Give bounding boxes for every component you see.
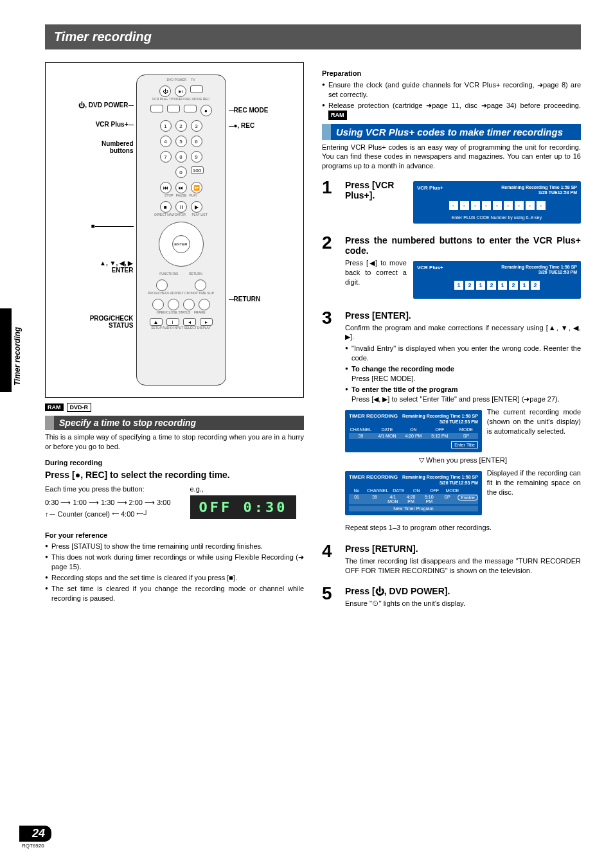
osd-digit-row: 12121212 — [417, 281, 577, 290]
page-number: 24 — [19, 826, 51, 842]
callout-return: RETURN — [229, 296, 261, 303]
left-column: ⏻, DVD POWER VCR Plus+ Numbered buttons … — [45, 62, 304, 613]
step3-note-a: The current recording mode (shown on the… — [487, 407, 581, 436]
vcrplus-intro: Entering VCR Plus+ codes is an easy way … — [322, 143, 581, 172]
content-columns: ⏻, DVD POWER VCR Plus+ Numbered buttons … — [45, 62, 581, 613]
side-tab — [0, 308, 12, 392]
step-number: 4 — [322, 542, 339, 578]
osd-step2: VCR Plus+ Remaining Recording Time 1:58 … — [413, 261, 581, 299]
doc-code: RQT6920 — [22, 843, 51, 849]
step3-heading: Press [ENTER]. — [345, 310, 581, 321]
reference-list: Press [STATUS] to show the time remainin… — [45, 542, 304, 603]
prep-item: Release protection (cartridge ➜page 11, … — [322, 101, 581, 120]
specify-intro: This is a simple way of specifying a tim… — [45, 432, 304, 452]
section-specify-heading: Specify a time to stop recording — [45, 416, 304, 430]
step2-note: Press [◀] to move back to correct a digi… — [345, 258, 407, 287]
osd-step3a: TIMER RECORDING Remaining Recording Time… — [345, 410, 482, 452]
osd-step3b: TIMER RECORDING Remaining Recording Time… — [345, 471, 482, 515]
step-number: 1 — [322, 179, 339, 226]
step1-heading: Press [VCR Plus+]. — [345, 180, 407, 200]
callout-rec: ●, REC — [229, 122, 255, 129]
step4-heading: Press [RETURN]. — [345, 544, 581, 554]
badge-ram-inline: RAM — [328, 111, 347, 120]
ref-item: Press [STATUS] to show the time remainin… — [45, 542, 304, 551]
badge-ram: RAM — [45, 403, 64, 411]
callout-recmode: REC MODE — [229, 107, 269, 114]
time-flow: 0:30 ⟶ 1:00 ⟶ 1:30 ⟶ 2:00 ⟶ 3:00 ↑⸺ Coun… — [45, 497, 171, 520]
osd-digit-row: --------- — [417, 201, 577, 210]
step5-body: Ensure "⏲" lights on the unit's display. — [345, 599, 581, 608]
for-your-reference-heading: For your reference — [45, 531, 304, 540]
each-time-label: Each time you press the button: — [45, 484, 171, 494]
remote-illustration: ⏻, DVD POWER VCR Plus+ Numbered buttons … — [85, 69, 265, 391]
ref-item: The set time is cleared if you change th… — [45, 584, 304, 603]
remote-diagram: ⏻, DVD POWER VCR Plus+ Numbered buttons … — [45, 62, 304, 398]
step3-invalid: "Invalid Entry" is displayed when you en… — [345, 344, 581, 363]
flow-line-1: 0:30 ⟶ 1:00 ⟶ 1:30 ⟶ 2:00 ⟶ 3:00 — [45, 497, 171, 509]
section-vcrplus-heading: Using VCR Plus+ codes to make timer reco… — [322, 124, 581, 140]
osd-hint: Enter PLUS CODE Number by using 0–9 key. — [417, 215, 577, 220]
enter-title-button: Enter Title — [451, 441, 478, 448]
osd-row-a: TIMER RECORDING Remaining Recording Time… — [345, 407, 581, 455]
step-number: 5 — [322, 585, 339, 610]
callout-vcrplus: VCR Plus+ — [78, 121, 134, 128]
step3-enter-title: To enter the title of the programPress [… — [345, 385, 581, 404]
osd-vcrplus-label: VCR Plus+ — [417, 185, 443, 191]
step3-confirm: Confirm the program and make corrections… — [345, 323, 581, 342]
step3-note-b: Displayed if the recording can fit in th… — [487, 468, 581, 497]
step-1: 1 Press [VCR Plus+]. VCR Plus+ Remaining… — [322, 179, 581, 226]
ref-item: This does not work during timer recordin… — [45, 553, 304, 572]
badge-dvdr: DVD-R — [67, 403, 92, 412]
step-5: 5 Press [⏻, DVD POWER]. Ensure "⏲" light… — [322, 585, 581, 610]
callout-progcheck: PROG/CHECK STATUS — [78, 315, 134, 329]
when-press-enter: When you press [ENTER] — [345, 456, 581, 465]
osd-row-b: TIMER RECORDING Remaining Recording Time… — [345, 468, 581, 518]
step3-change-mode: To change the recording modePress [REC M… — [345, 364, 581, 384]
step-2: 2 Press the numbered buttons to enter th… — [322, 234, 581, 301]
callout-stop: ■ — [78, 222, 134, 229]
callout-arrows-enter: ▲, ▼, ◀, ▶ ENTER — [78, 260, 134, 274]
lcd-display: OFF 0:30 — [190, 495, 297, 519]
preparation-heading: Preparation — [322, 69, 581, 78]
timing-example-row: Each time you press the button: 0:30 ⟶ 1… — [45, 483, 304, 524]
during-recording-label: During recording — [45, 458, 304, 468]
callout-dvd-power: ⏻, DVD POWER — [78, 102, 134, 109]
step-4: 4 Press [RETURN]. The timer recording li… — [322, 542, 581, 578]
press-rec-heading: Press [●, REC] to select the recording t… — [45, 470, 304, 480]
format-badges: RAM DVD-R — [45, 403, 304, 412]
step4-body: The timer recording list disappears and … — [345, 556, 581, 576]
step-3: 3 Press [ENTER]. Confirm the program and… — [322, 309, 581, 535]
step5-heading: Press [⏻, DVD POWER]. — [345, 586, 581, 596]
prep-item: Ensure the clock (and guide channels for… — [322, 80, 581, 100]
remote-body: DVD POWER TV ⏻⏯ VCR Plus+ TV/VIDEO REC M… — [136, 75, 226, 385]
ref-item: Recording stops and the set time is clea… — [45, 573, 304, 583]
title-band: Timer recording — [45, 24, 581, 49]
eg-label: e.g., — [190, 484, 297, 494]
flow-line-2: ↑⸺ Counter (cancel) ⟵ 4:00 ⟵┘ — [45, 509, 171, 520]
page: Timer recording Timer recording ⏻, DVD P… — [0, 0, 613, 868]
step-number: 2 — [322, 234, 339, 301]
step3-repeat: Repeat steps 1–3 to program other record… — [345, 523, 581, 533]
page-title: Timer recording — [54, 30, 572, 44]
step2-heading: Press the numbered buttons to enter the … — [345, 235, 581, 256]
osd-step1: VCR Plus+ Remaining Recording Time 1:58 … — [413, 181, 581, 224]
side-section-label: Timer recording — [13, 327, 22, 385]
callout-numbered: Numbered buttons — [78, 140, 134, 154]
step-number: 3 — [322, 309, 339, 535]
preparation-list: Ensure the clock (and guide channels for… — [322, 80, 581, 120]
right-column: Preparation Ensure the clock (and guide … — [322, 62, 581, 613]
page-footer: 24 RQT6920 — [19, 826, 51, 849]
